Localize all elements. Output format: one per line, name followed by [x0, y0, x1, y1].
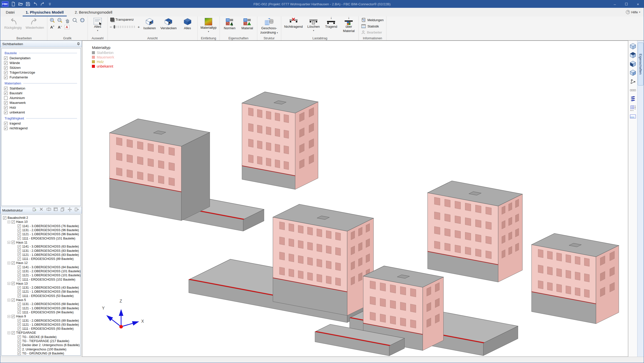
checkbox[interactable] — [4, 106, 8, 109]
tree-item[interactable]: 1111 - ERDGESCHOSS (102 Bauteile) — [2, 277, 81, 281]
checkbox[interactable] — [4, 76, 8, 79]
visibility-row[interactable]: Wände Wände — [2, 60, 81, 65]
visibility-row[interactable]: Tragfähigkeit Tragfähigkeit — [2, 115, 81, 121]
view-front-icon[interactable] — [629, 60, 636, 67]
tree-item[interactable]: Haus 10 — [2, 220, 81, 224]
properties-icon[interactable] — [54, 207, 59, 213]
loeschen-button[interactable]: Löschen ▾ — [306, 17, 321, 32]
tree-item[interactable]: 1141 - 3.OBERGESCHOSS (84 Bauteile) — [2, 265, 81, 269]
tree-item[interactable]: Haus 11 — [2, 240, 81, 245]
eigenschaften-collapsed-tab[interactable]: Eigenschaften — [638, 43, 643, 85]
transparenz-button[interactable]: Transparenz — [110, 17, 134, 22]
tree-item[interactable]: 1111 - ERDGESCHOSS (101 Bauteile) — [2, 236, 81, 240]
checkbox[interactable] — [18, 270, 21, 273]
checkbox[interactable] — [18, 265, 21, 269]
transparency-slider[interactable]: − + — [110, 25, 140, 29]
tree-item[interactable]: 1131 - 2.OBERGESCHOSS (83 Bauteile) — [2, 249, 81, 253]
checkbox[interactable] — [12, 282, 15, 285]
checkbox[interactable] — [18, 290, 21, 293]
tree-item[interactable]: 1131 - 2.OBERGESCHOSS (43 Bauteile) — [2, 286, 81, 290]
copy-icon[interactable] — [61, 207, 66, 213]
tree-item[interactable]: 1121 - 1.OBERGESCHOSS (88 Bauteile) — [2, 306, 81, 310]
font-color-button[interactable]: A — [64, 25, 69, 29]
bearbeiter-button[interactable]: Bearbeiter — [361, 30, 382, 35]
tab-physisches-modell[interactable]: 1. Physisches Modell — [20, 8, 69, 16]
delete-node-icon[interactable] — [40, 207, 45, 213]
visibility-row[interactable]: Deckenplatten Deckenplatten — [2, 56, 81, 60]
checkbox[interactable] — [18, 278, 21, 281]
checkbox[interactable] — [4, 111, 8, 114]
close-button[interactable]: × — [632, 0, 644, 8]
visibility-row[interactable]: Fundamente Fundamente — [2, 75, 81, 80]
checkbox[interactable] — [12, 298, 15, 302]
tree-item[interactable]: Decke über 2. Untergeschoss (6 Bauteile) — [2, 343, 81, 347]
checkbox[interactable] — [4, 87, 8, 90]
ueber-material-button[interactable]: ↓ über Material — [341, 17, 356, 34]
checkbox[interactable] — [18, 302, 21, 306]
tree-item[interactable]: Haus 5 — [2, 298, 81, 302]
checkbox[interactable] — [18, 274, 21, 277]
add-node-icon[interactable] — [32, 207, 38, 213]
tree-item[interactable]: 1111 - ERDGESCHOSS (93 Bauteile) — [2, 327, 81, 331]
visibility-row[interactable]: Baustahl Baustahl — [2, 91, 81, 96]
section-icon[interactable] — [629, 113, 636, 120]
tree-item[interactable]: 1131 - 2.OBERGESCHOSS (96 Bauteile) — [2, 228, 81, 232]
alles-anzeigen-button[interactable]: Alles — [180, 17, 195, 31]
isolieren-button[interactable]: Isolieren — [142, 17, 157, 31]
tree-item[interactable]: Haus 9 — [2, 314, 81, 318]
collapse-icon[interactable] — [8, 241, 10, 244]
checkbox[interactable] — [18, 307, 21, 310]
tree-item[interactable]: 1111 - ERDGESCHOSS (53 Bauteile) — [2, 294, 81, 298]
undo-quick-icon[interactable] — [33, 2, 38, 7]
font-decrease-button[interactable]: A− — [57, 25, 63, 29]
minimize-button[interactable]: – — [609, 0, 621, 8]
checkbox[interactable] — [4, 61, 8, 65]
tree-item[interactable]: 1131 - 2.OBERGESCHOSS (68 Bauteile) — [2, 302, 81, 306]
view-top-icon[interactable] — [629, 51, 636, 58]
tree-item[interactable]: TG - GRÜNDUNG (8 Bauteile) — [2, 351, 81, 355]
material-button[interactable]: Material — [239, 17, 255, 31]
app-logo[interactable]: FBC — [2, 1, 9, 7]
checkbox[interactable] — [12, 315, 15, 318]
axes-toggle-icon[interactable] — [629, 78, 636, 85]
tree-item[interactable]: Bauabschnitt 2 — [2, 216, 81, 220]
checkbox[interactable] — [18, 237, 21, 240]
visibility-row[interactable]: tragend tragend — [2, 121, 81, 126]
tree-item[interactable]: 1121 - 1.OBERGESCHOSS (58 Bauteile) — [2, 290, 81, 294]
collapse-icon[interactable] — [8, 315, 10, 318]
checkbox[interactable] — [18, 335, 21, 339]
checkbox[interactable] — [4, 66, 8, 70]
tree-item[interactable]: TIEFGARAGE — [2, 331, 81, 335]
checkbox[interactable] — [18, 311, 21, 314]
collapse-icon[interactable] — [8, 282, 10, 285]
grid-icon[interactable]: CBA3 2 1 — [629, 104, 636, 111]
customize-toolbar-icon[interactable] — [47, 2, 52, 7]
checkbox[interactable] — [18, 327, 21, 330]
tree-item[interactable]: 1131 - 2.OBERGESCHOSS (101 Bauteile) — [2, 269, 81, 273]
tree-item[interactable]: Haus 12 — [2, 261, 81, 265]
checkbox[interactable] — [4, 101, 8, 105]
materialtyp-button[interactable]: Materialtyp ▾ — [200, 17, 218, 33]
checkbox[interactable] — [18, 286, 21, 289]
viewport-3d[interactable]: Materialtyp Stahlbeton Mauerwerk — [82, 41, 628, 357]
save-icon[interactable] — [25, 2, 30, 7]
storeys-icon[interactable] — [629, 96, 636, 103]
meldungen-button[interactable]: Meldungen — [361, 17, 384, 22]
normen-button[interactable]: § Normen — [222, 17, 237, 31]
checkbox[interactable] — [12, 220, 15, 224]
checkbox[interactable] — [18, 224, 21, 228]
move-icon[interactable] — [68, 207, 73, 213]
checkbox[interactable] — [12, 331, 15, 335]
checkbox[interactable] — [18, 233, 21, 236]
tree-item[interactable]: 1121 - 1.OBERGESCHOSS (93 Bauteile) — [2, 323, 81, 327]
help-button[interactable]: ? Hilfe ▾ — [626, 8, 644, 16]
checkbox[interactable] — [4, 96, 8, 100]
undo-button[interactable]: Rückgängig — [3, 17, 23, 30]
slider-track[interactable] — [113, 26, 136, 28]
checkbox[interactable] — [18, 348, 21, 351]
tree-item[interactable]: TG - DECKE (8 Bauteile) — [2, 335, 81, 339]
maximize-button[interactable] — [621, 0, 632, 8]
visibility-row[interactable]: Stützen Stützen — [2, 65, 81, 70]
model-3d-view[interactable] — [82, 41, 628, 356]
zoom-in-icon[interactable] — [49, 17, 55, 23]
